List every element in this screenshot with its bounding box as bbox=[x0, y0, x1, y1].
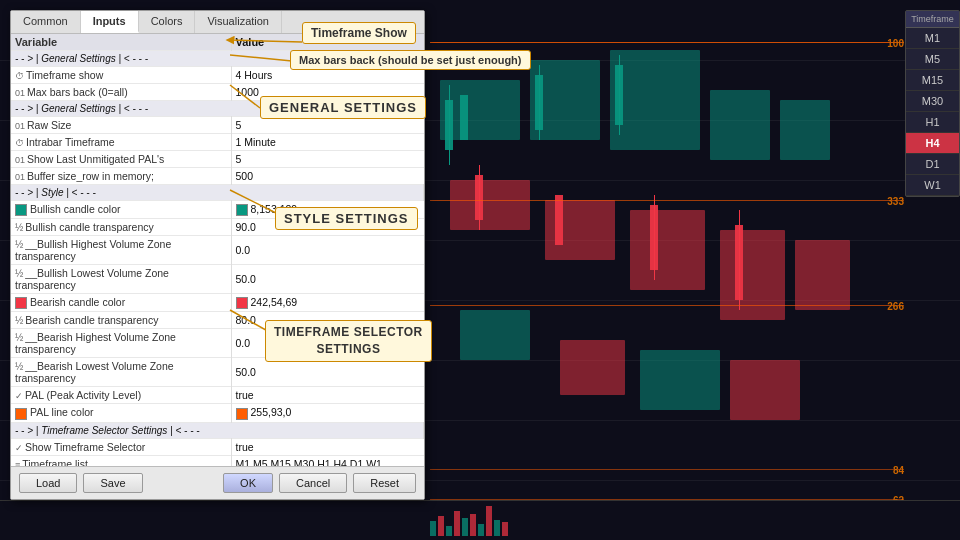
pal-line bbox=[430, 42, 904, 43]
callout-tf-selector: TIMEFRAME SELECTORSETTINGS bbox=[265, 320, 432, 362]
settings-value: true bbox=[231, 438, 424, 455]
candle-wick bbox=[739, 210, 740, 310]
settings-row: 01Raw Size5 bbox=[11, 117, 424, 134]
callout-timeframe-show: Timeframe Show bbox=[302, 22, 416, 44]
settings-row: PAL line color255,93,0 bbox=[11, 404, 424, 422]
mini-bar bbox=[502, 522, 508, 536]
tab-colors[interactable]: Colors bbox=[139, 11, 196, 33]
mini-bar bbox=[430, 521, 436, 536]
vol-zone-bear bbox=[730, 360, 800, 420]
tf-item-w1[interactable]: W1 bbox=[906, 175, 959, 196]
color-swatch-icon bbox=[15, 204, 27, 216]
fraction-icon: ½ bbox=[15, 222, 23, 233]
reset-button[interactable]: Reset bbox=[353, 473, 416, 493]
bottom-chart-bar bbox=[0, 500, 960, 540]
settings-var-label: 01Buffer size_row in memory; bbox=[11, 168, 231, 185]
tab-common[interactable]: Common bbox=[11, 11, 81, 33]
tf-item-h1[interactable]: H1 bbox=[906, 112, 959, 133]
vol-zone-bear bbox=[560, 340, 625, 395]
vol-zone-bear bbox=[450, 180, 530, 230]
settings-section-header: - - > | Timeframe Selector Settings | < … bbox=[11, 422, 424, 438]
settings-row: ✓Show Timeframe Selectortrue bbox=[11, 438, 424, 455]
color-swatch-icon bbox=[15, 408, 27, 420]
mini-bar bbox=[486, 506, 492, 536]
price-label-84: 84 bbox=[893, 465, 904, 476]
settings-value: 5 bbox=[231, 151, 424, 168]
settings-value: 255,93,0 bbox=[231, 404, 424, 422]
tf-item-m5[interactable]: M5 bbox=[906, 49, 959, 70]
tf-item-h4[interactable]: H4 bbox=[906, 133, 959, 154]
settings-row: ✓PAL (Peak Activity Level)true bbox=[11, 387, 424, 404]
col-header-variable: Variable bbox=[11, 34, 231, 51]
mini-bar bbox=[494, 520, 500, 536]
color-swatch-icon bbox=[236, 408, 248, 420]
price-label-100: 100 bbox=[887, 38, 904, 49]
settings-var-label: ½Bullish candle transparency bbox=[11, 219, 231, 236]
pal-line bbox=[430, 469, 904, 470]
price-label-266: 266 bbox=[887, 301, 904, 312]
settings-value: 50.0 bbox=[231, 358, 424, 387]
tab-visualization[interactable]: Visualization bbox=[195, 11, 282, 33]
check-icon: ✓ bbox=[15, 443, 23, 453]
settings-var-label: ⏱Intrabar Timeframe bbox=[11, 134, 231, 151]
settings-row: ⏱Intrabar Timeframe1 Minute bbox=[11, 134, 424, 151]
settings-var-label: ≡Timeframe list bbox=[11, 455, 231, 466]
num-icon: 01 bbox=[15, 172, 25, 182]
vol-zone-bull bbox=[460, 310, 530, 360]
candle-wick bbox=[479, 165, 480, 230]
callout-max-bars: Max bars back (should be set just enough… bbox=[290, 50, 531, 70]
vol-zone-bull bbox=[610, 50, 700, 150]
callout-style-settings: STYLE SETTINGS bbox=[275, 207, 418, 230]
tf-item-m30[interactable]: M30 bbox=[906, 91, 959, 112]
settings-var-label: ✓PAL (Peak Activity Level) bbox=[11, 387, 231, 404]
settings-value: 50.0 bbox=[231, 265, 424, 294]
fraction-icon: ½ bbox=[15, 268, 23, 279]
mini-bar bbox=[462, 518, 468, 536]
settings-var-label: 01Max bars back (0=all) bbox=[11, 84, 231, 101]
cancel-button[interactable]: Cancel bbox=[279, 473, 347, 493]
clock-icon: ⏱ bbox=[15, 138, 24, 148]
load-button[interactable]: Load bbox=[19, 473, 77, 493]
settings-var-label: Bearish candle color bbox=[11, 294, 231, 312]
tab-inputs[interactable]: Inputs bbox=[81, 11, 139, 33]
vol-zone-bear bbox=[720, 230, 785, 320]
num-icon: 01 bbox=[15, 121, 25, 131]
tf-item-m1[interactable]: M1 bbox=[906, 28, 959, 49]
check-icon: ✓ bbox=[15, 391, 23, 401]
settings-row: ½__Bullish Highest Volume Zone transpare… bbox=[11, 236, 424, 265]
color-swatch-icon bbox=[15, 297, 27, 309]
settings-var-label: 01Raw Size bbox=[11, 117, 231, 134]
settings-row: Bearish candle color242,54,69 bbox=[11, 294, 424, 312]
settings-section-header: - - > | Style | < - - - bbox=[11, 185, 424, 201]
price-label-333: 333 bbox=[887, 196, 904, 207]
settings-value: 5 bbox=[231, 117, 424, 134]
vol-zone-bull bbox=[780, 100, 830, 160]
settings-var-label: PAL line color bbox=[11, 404, 231, 422]
save-button[interactable]: Save bbox=[83, 473, 142, 493]
color-swatch-icon bbox=[236, 204, 248, 216]
settings-var-label: ½Bearish candle transparency bbox=[11, 312, 231, 329]
mini-bar bbox=[478, 524, 484, 536]
settings-panel: Common Inputs Colors Visualization Varia… bbox=[10, 10, 425, 500]
settings-var-label: 01Show Last Unmitigated PAL's bbox=[11, 151, 231, 168]
settings-value: 242,54,69 bbox=[231, 294, 424, 312]
vol-zone-bull bbox=[640, 350, 720, 410]
vol-zone-bull bbox=[710, 90, 770, 160]
settings-var-label: ✓Show Timeframe Selector bbox=[11, 438, 231, 455]
pal-line bbox=[430, 200, 904, 201]
settings-var-label: Bullish candle color bbox=[11, 201, 231, 219]
pal-line bbox=[430, 305, 904, 306]
vol-zone-bear bbox=[630, 210, 705, 290]
fraction-icon: ½ bbox=[15, 239, 23, 250]
tf-item-m15[interactable]: M15 bbox=[906, 70, 959, 91]
timeframe-panel: Timeframe M1 M5 M15 M30 H1 H4 D1 W1 bbox=[905, 10, 960, 197]
num-icon: 01 bbox=[15, 155, 25, 165]
mini-bar bbox=[454, 511, 460, 536]
settings-var-label: ½__Bearish Highest Volume Zone transpare… bbox=[11, 329, 231, 358]
candle-wick bbox=[449, 85, 450, 165]
load-save-group: Load Save bbox=[19, 473, 143, 493]
ok-button[interactable]: OK bbox=[223, 473, 273, 493]
settings-value: true bbox=[231, 387, 424, 404]
color-swatch-icon bbox=[236, 297, 248, 309]
tf-item-d1[interactable]: D1 bbox=[906, 154, 959, 175]
